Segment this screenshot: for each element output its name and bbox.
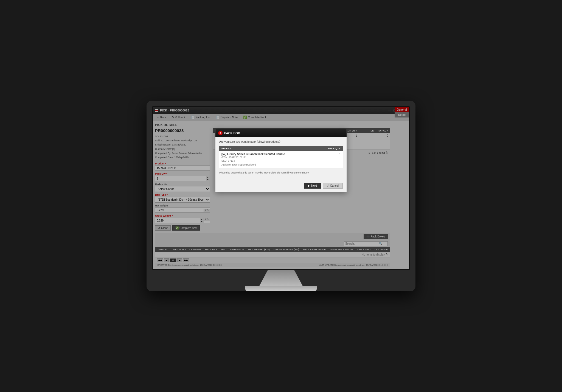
modal-sku: SKU: 57134 bbox=[221, 159, 316, 163]
modal-question: Are you sure you want to pack following … bbox=[219, 140, 343, 143]
modal-product-name: [57] Luxury Series 3-Candlewick Scented … bbox=[221, 153, 316, 156]
modal-header: ⚙ PACK BOX bbox=[215, 129, 347, 137]
modal-warning: Please be aware that this action may be … bbox=[219, 171, 343, 174]
modal-gtin: GTIN: 4509233162111 bbox=[221, 156, 316, 159]
modal-pack-qty-cell: 1 bbox=[318, 151, 343, 169]
modal-product-cell: [57] Luxury Series 3-Candlewick Scented … bbox=[219, 151, 318, 169]
modal-icon: ⚙ bbox=[218, 131, 223, 135]
modal-title: PACK BOX bbox=[224, 131, 240, 135]
modal-overlay: ⚙ PACK BOX Are you sure you want to pack… bbox=[153, 107, 409, 269]
cancel-icon: ✗ bbox=[327, 184, 329, 187]
next-icon: ▶ bbox=[308, 184, 310, 187]
modal-attribute: Attribute: Exotic Spice (Golden) bbox=[221, 163, 316, 167]
cancel-button[interactable]: ✗ Cancel bbox=[323, 183, 343, 189]
modal-table-row: [57] Luxury Series 3-Candlewick Scented … bbox=[219, 151, 343, 169]
modal-col-pack-qty: PACK QTY bbox=[318, 146, 343, 151]
pack-box-modal: ⚙ PACK BOX Are you sure you want to pack… bbox=[215, 129, 347, 192]
modal-table: PRODUCT PACK QTY [57] Luxury Series 3-Ca… bbox=[219, 146, 343, 169]
next-button[interactable]: ▶ Next bbox=[304, 183, 321, 189]
modal-footer: ▶ Next ✗ Cancel bbox=[215, 181, 347, 192]
modal-col-product: PRODUCT bbox=[219, 146, 318, 151]
modal-body: Are you sure you want to pack following … bbox=[215, 137, 347, 181]
